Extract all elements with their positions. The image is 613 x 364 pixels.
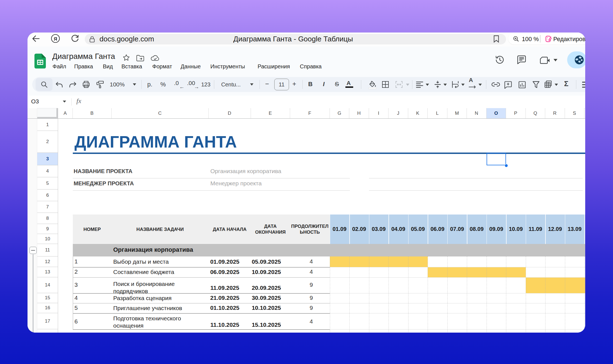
svg-text:Я: Я [54, 36, 57, 42]
